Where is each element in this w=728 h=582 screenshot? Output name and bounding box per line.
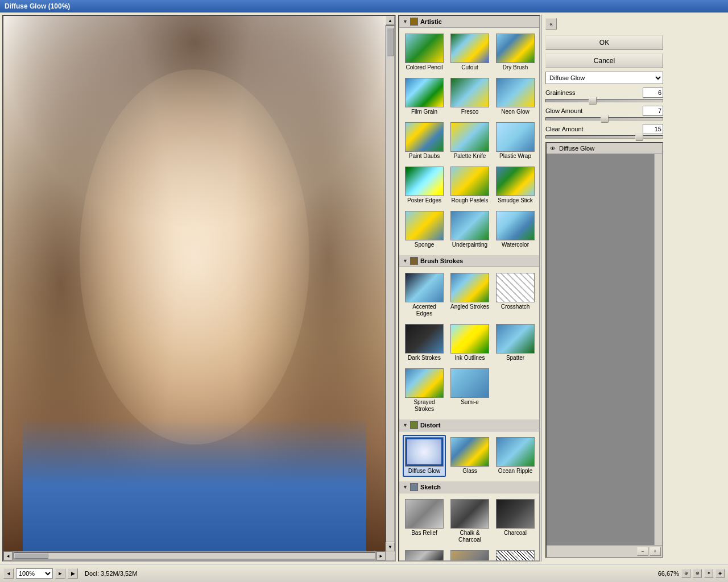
filter-bas-relief[interactable]: Bas Relief — [403, 497, 446, 546]
filter-label-cutout: Cutout — [461, 64, 478, 71]
prev-page-icon[interactable]: ◄ — [3, 568, 14, 579]
next-page-icon[interactable]: ► — [55, 568, 65, 579]
scroll-down-btn[interactable]: ▼ — [386, 542, 395, 551]
preview-eye-icon[interactable]: 👁 — [549, 144, 557, 152]
filter-poster-edges[interactable]: Poster Edges — [403, 164, 446, 206]
filter-plastic-wrap[interactable]: Plastic Wrap — [494, 120, 537, 162]
filter-crosshatch[interactable]: Crosshatch — [494, 271, 537, 319]
filter-label-plastic-wrap: Plastic Wrap — [499, 153, 531, 160]
main-window: ▲ ▼ ◄ ► — [0, 13, 728, 582]
filter-paint-daubs[interactable]: Paint Daubs — [403, 120, 446, 162]
category-distort-header[interactable]: ▼ Distort — [399, 419, 539, 431]
filter-sponge[interactable]: Sponge — [403, 209, 446, 251]
filter-film-grain[interactable]: Film Grain — [403, 76, 446, 118]
filter-thumb-underpainting — [450, 211, 489, 240]
filter-neon-glow[interactable]: Neon Glow — [494, 76, 537, 118]
filter-dark-strokes[interactable]: Dark Strokes — [403, 322, 446, 364]
category-brush-arrow: ▼ — [403, 258, 408, 264]
clear-amount-slider-row: Clear Amount — [545, 124, 663, 139]
collapse-button[interactable]: « — [545, 18, 557, 30]
filter-thumb-fresco — [450, 78, 489, 107]
filter-smudge-stick[interactable]: Smudge Stick — [494, 164, 537, 206]
filter-cutout[interactable]: Cutout — [448, 31, 491, 73]
clear-amount-header: Clear Amount — [545, 124, 663, 134]
cancel-button[interactable]: Cancel — [545, 53, 663, 68]
scroll-up-btn[interactable]: ▲ — [386, 16, 395, 25]
filter-charcoal[interactable]: Charcoal — [494, 497, 537, 546]
filter-colored-pencil[interactable]: Colored Pencil — [403, 31, 446, 73]
ok-button[interactable]: OK — [545, 35, 663, 50]
category-artistic-icon — [410, 18, 418, 26]
preview-label: Diffuse Glow — [559, 145, 594, 152]
filter-label-diffuse-glow: Diffuse Glow — [408, 468, 441, 475]
graininess-track[interactable] — [545, 99, 663, 102]
canvas-vertical-scrollbar[interactable]: ▲ ▼ — [386, 16, 395, 551]
filter-spatter[interactable]: Spatter — [494, 322, 537, 364]
preview-zoom-in[interactable]: + — [650, 547, 661, 556]
filter-accented-edges[interactable]: Accented Edges — [403, 271, 446, 319]
graininess-label: Graininess — [545, 89, 576, 96]
scroll-right-btn[interactable]: ► — [377, 551, 386, 560]
filter-scroll[interactable]: ▼ Artistic Colored Pencil — [399, 16, 539, 560]
filter-thumb-ocean-ripple — [496, 437, 535, 467]
filter-palette-knife[interactable]: Palette Knife — [448, 120, 491, 162]
filter-rough-pastels[interactable]: Rough Pastels — [448, 164, 491, 206]
thumb-sponge — [406, 211, 443, 240]
preview-content[interactable] — [547, 154, 654, 545]
filter-diffuse-glow[interactable]: Diffuse Glow — [403, 435, 446, 477]
clear-amount-thumb[interactable] — [635, 133, 643, 141]
shirt-overlay — [23, 418, 367, 552]
effect-select[interactable]: Diffuse Glow Glass Ocean Ripple — [545, 72, 663, 84]
taskbar-icon-4[interactable]: ◈ — [715, 569, 725, 578]
clear-amount-value[interactable] — [643, 124, 663, 134]
filter-chalk-charcoal[interactable]: Chalk & Charcoal — [448, 497, 491, 546]
filter-sumi-e[interactable]: Sumi-e — [448, 366, 491, 415]
scroll-thumb-h[interactable] — [14, 553, 48, 559]
category-sketch-header[interactable]: ▼ Sketch — [399, 481, 539, 493]
filter-ink-outlines[interactable]: Ink Outlines — [448, 322, 491, 364]
filter-angled-strokes[interactable]: Angled Strokes — [448, 271, 491, 319]
thumb-plastic-wrap — [497, 123, 534, 151]
filter-conte-crayon[interactable]: Conté Crayon — [448, 548, 491, 560]
filter-glass[interactable]: Glass — [448, 435, 491, 477]
info-icon[interactable]: ▶ — [68, 568, 78, 579]
thumb-underpainting — [451, 211, 489, 240]
graininess-thumb[interactable] — [589, 97, 597, 105]
clear-amount-track[interactable] — [545, 135, 663, 139]
taskbar-icon-3[interactable]: ✦ — [704, 569, 713, 578]
filter-graphic-pen[interactable]: Graphic Pen — [494, 548, 537, 560]
filter-thumb-paint-daubs — [405, 122, 444, 152]
glow-amount-slider-row: Glow Amount — [545, 106, 663, 120]
graininess-slider-row: Graininess — [545, 88, 663, 102]
filter-watercolor[interactable]: Watercolor — [494, 209, 537, 251]
title-bar: Diffuse Glow (100%) — [0, 0, 728, 13]
category-brush-header[interactable]: ▼ Brush Strokes — [399, 255, 539, 267]
filter-sprayed-strokes[interactable]: Sprayed Strokes — [403, 366, 446, 415]
brush-filter-grid: Accented Edges Angled Strokes — [399, 267, 539, 418]
filter-dry-brush[interactable]: Dry Brush — [494, 31, 537, 73]
scroll-left-btn[interactable]: ◄ — [3, 551, 13, 560]
preview-scrollbar[interactable] — [654, 154, 662, 545]
scroll-thumb-v[interactable] — [387, 28, 394, 56]
glow-amount-thumb[interactable] — [601, 115, 609, 123]
thumb-ocean-ripple — [497, 438, 534, 466]
thumb-sumi-e — [451, 369, 489, 397]
taskbar-icon-2[interactable]: ⊗ — [693, 569, 702, 578]
canvas-image[interactable] — [3, 16, 386, 551]
taskbar-icon-1[interactable]: ⊕ — [681, 569, 690, 578]
scroll-track-h[interactable] — [14, 552, 375, 559]
glow-amount-value[interactable] — [643, 106, 663, 116]
preview-zoom-out[interactable]: − — [637, 547, 648, 556]
scroll-track-v[interactable] — [386, 25, 395, 542]
filter-underpainting[interactable]: Underpainting — [448, 209, 491, 251]
category-artistic-header[interactable]: ▼ Artistic — [399, 16, 539, 28]
category-artistic-label: Artistic — [420, 18, 442, 25]
zoom-select[interactable]: 25% 50% 66,67% 100% 150% 200% — [16, 568, 53, 579]
filter-ocean-ripple[interactable]: Ocean Ripple — [494, 435, 537, 477]
filter-label-glass: Glass — [462, 468, 477, 475]
graininess-value[interactable] — [643, 88, 663, 98]
filter-fresco[interactable]: Fresco — [448, 76, 491, 118]
thumb-chrome — [406, 551, 443, 560]
filter-chrome[interactable]: Chrome — [403, 548, 446, 560]
glow-amount-track[interactable] — [545, 117, 663, 120]
